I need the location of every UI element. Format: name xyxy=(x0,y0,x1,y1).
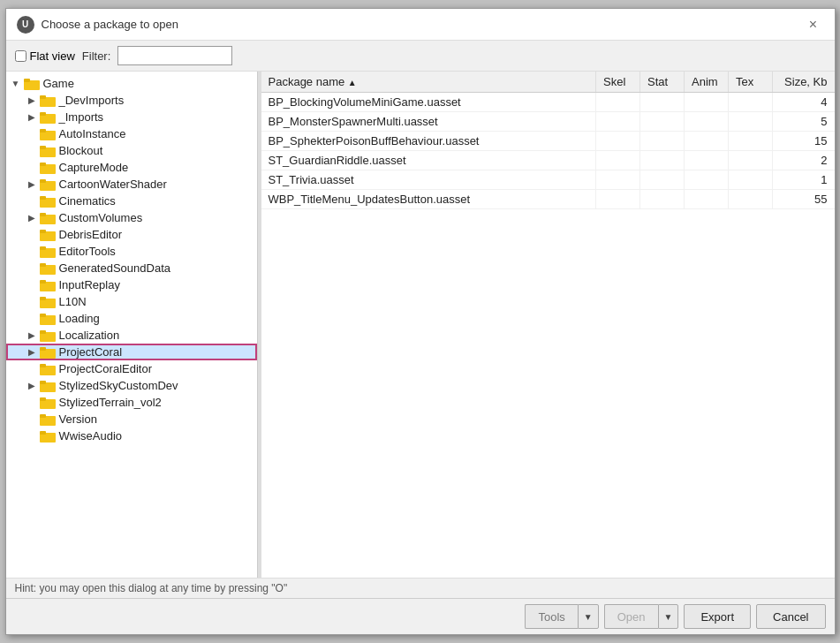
item-label: StylizedSkyCustomDev xyxy=(59,379,178,392)
cell-size_kb: 2 xyxy=(773,151,835,170)
content-area: ▼ Game ▶ _DevImports ▶ xyxy=(6,72,835,578)
tree-item-version[interactable]: ▶ Version xyxy=(6,411,257,427)
item-label: ProjectCoral xyxy=(59,345,123,359)
folder-icon xyxy=(40,128,56,140)
open-button[interactable]: Open xyxy=(604,604,658,629)
cell-anim xyxy=(685,170,729,190)
bottom-bar: Tools ▼ Open ▼ Export Cancel xyxy=(6,598,835,634)
folder-icon xyxy=(40,380,56,392)
cell-skel xyxy=(596,132,640,151)
folder-icon xyxy=(40,363,56,375)
svg-rect-5 xyxy=(40,112,46,116)
cell-size_kb: 5 xyxy=(773,112,835,132)
cell-size_kb: 55 xyxy=(773,190,835,209)
tree-item-project-coral[interactable]: ▶ ProjectCoral xyxy=(6,344,257,360)
item-label: GeneratedSoundData xyxy=(59,261,170,275)
item-label: EditorTools xyxy=(59,245,116,258)
svg-rect-37 xyxy=(40,381,46,384)
table-row[interactable]: BP_MonsterSpawnerMulti.uasset5 xyxy=(261,112,835,132)
sort-asc-icon: ▲ xyxy=(348,78,357,87)
cell-skel xyxy=(596,112,640,132)
table-row[interactable]: BP_SphekterPoisonBuffBehaviour.uasset15 xyxy=(261,132,835,151)
close-button[interactable]: × xyxy=(803,14,824,35)
status-bar: Hint: you may open this dialog at any ti… xyxy=(6,578,835,598)
cell-size_kb: 4 xyxy=(773,93,835,112)
svg-rect-27 xyxy=(40,297,46,300)
tree-item-debris-editor[interactable]: ▶ DebrisEditor xyxy=(6,226,257,243)
col-header-package-name[interactable]: Package name ▲ xyxy=(261,72,596,93)
cell-anim xyxy=(685,132,729,151)
cell-package_name: ST_GuardianRiddle.uasset xyxy=(261,151,596,170)
col-header-anim[interactable]: Anim xyxy=(685,72,729,93)
svg-rect-15 xyxy=(40,196,46,200)
tree-root[interactable]: ▼ Game xyxy=(6,75,257,92)
flat-view-label[interactable]: Flat view xyxy=(15,49,75,63)
tree-item-cartoon-water[interactable]: ▶ CartoonWaterShader xyxy=(6,176,257,193)
cancel-button[interactable]: Cancel xyxy=(756,604,825,629)
tools-button[interactable]: Tools xyxy=(525,604,577,629)
col-header-skel[interactable]: Skel xyxy=(596,72,640,93)
tree-item-generated-sound[interactable]: ▶ GeneratedSoundData xyxy=(6,260,257,276)
tree-item-loading[interactable]: ▶ Loading xyxy=(6,310,257,327)
tree-item-localization[interactable]: ▶ Localization xyxy=(6,327,257,344)
cell-stat xyxy=(640,190,685,209)
expand-icon: ▼ xyxy=(10,78,22,90)
item-label: CaptureMode xyxy=(59,161,129,174)
tree-item-wwise-audio[interactable]: ▶ WwiseAudio xyxy=(6,427,257,444)
open-button-group: Open ▼ xyxy=(604,604,679,629)
svg-rect-1 xyxy=(24,79,30,82)
table-row[interactable]: ST_Trivia.uasset1 xyxy=(261,170,835,190)
item-label: Cinematics xyxy=(59,194,116,208)
item-label: DebrisEditor xyxy=(59,228,123,241)
filter-label: Filter: xyxy=(82,49,111,63)
item-label: L10N xyxy=(59,295,87,308)
item-label: Localization xyxy=(59,329,120,342)
tree-item-blockout[interactable]: ▶ Blockout xyxy=(6,142,257,159)
tree-item-custom-volumes[interactable]: ▶ CustomVolumes xyxy=(6,209,257,226)
app-icon: U xyxy=(17,16,34,34)
cell-skel xyxy=(596,190,640,209)
col-header-stat[interactable]: Stat xyxy=(640,72,685,93)
folder-icon xyxy=(40,262,56,275)
cell-stat xyxy=(640,93,685,112)
tree-item-l10n[interactable]: ▶ L10N xyxy=(6,293,257,310)
tree-root-label: Game xyxy=(43,77,74,90)
folder-icon xyxy=(40,178,56,191)
tree-item-project-coral-editor[interactable]: ▶ ProjectCoralEditor xyxy=(6,360,257,377)
item-label: CustomVolumes xyxy=(59,211,143,224)
table-row[interactable]: BP_BlockingVolumeMiniGame.uasset4 xyxy=(261,93,835,112)
tree-item-dev-imports[interactable]: ▶ _DevImports xyxy=(6,92,257,109)
folder-icon xyxy=(40,212,56,224)
folder-icon xyxy=(40,145,56,157)
table-row[interactable]: WBP_TitleMenu_UpdatesButton.uasset55 xyxy=(261,190,835,209)
flat-view-checkbox[interactable] xyxy=(15,50,26,62)
tree-item-stylized-sky[interactable]: ▶ StylizedSkyCustomDev xyxy=(6,377,257,394)
cell-anim xyxy=(685,151,729,170)
svg-rect-7 xyxy=(40,129,46,132)
filter-input[interactable] xyxy=(117,46,232,65)
table-row[interactable]: ST_GuardianRiddle.uasset2 xyxy=(261,151,835,170)
cell-package_name: ST_Trivia.uasset xyxy=(261,170,596,190)
tools-dropdown-button[interactable]: ▼ xyxy=(578,604,599,629)
col-header-size-kb[interactable]: Size, Kb xyxy=(773,72,835,93)
export-button[interactable]: Export xyxy=(684,604,751,629)
col-header-tex[interactable]: Tex xyxy=(729,72,773,93)
folder-icon xyxy=(40,95,56,107)
tree-item-input-replay[interactable]: ▶ InputReplay xyxy=(6,276,257,293)
cell-tex xyxy=(729,93,773,112)
tree-item-editor-tools[interactable]: ▶ EditorTools xyxy=(6,243,257,260)
svg-rect-43 xyxy=(40,431,46,435)
tree-item-auto-instance[interactable]: ▶ AutoInstance xyxy=(6,125,257,142)
cell-package_name: BP_BlockingVolumeMiniGame.uasset xyxy=(261,93,596,112)
tree-item-cinematics[interactable]: ▶ Cinematics xyxy=(6,193,257,209)
tree-item-stylized-terrain[interactable]: ▶ StylizedTerrain_vol2 xyxy=(6,394,257,411)
hint-text: Hint: you may open this dialog at any ti… xyxy=(15,582,288,594)
cell-tex xyxy=(729,151,773,170)
tools-button-group: Tools ▼ xyxy=(525,604,598,629)
svg-rect-17 xyxy=(40,213,46,216)
open-dropdown-button[interactable]: ▼ xyxy=(658,604,679,629)
tree-item-capture-mode[interactable]: ▶ CaptureMode xyxy=(6,159,257,176)
svg-rect-35 xyxy=(40,364,46,367)
tree-item-imports[interactable]: ▶ _Imports xyxy=(6,109,257,125)
cell-stat xyxy=(640,170,685,190)
